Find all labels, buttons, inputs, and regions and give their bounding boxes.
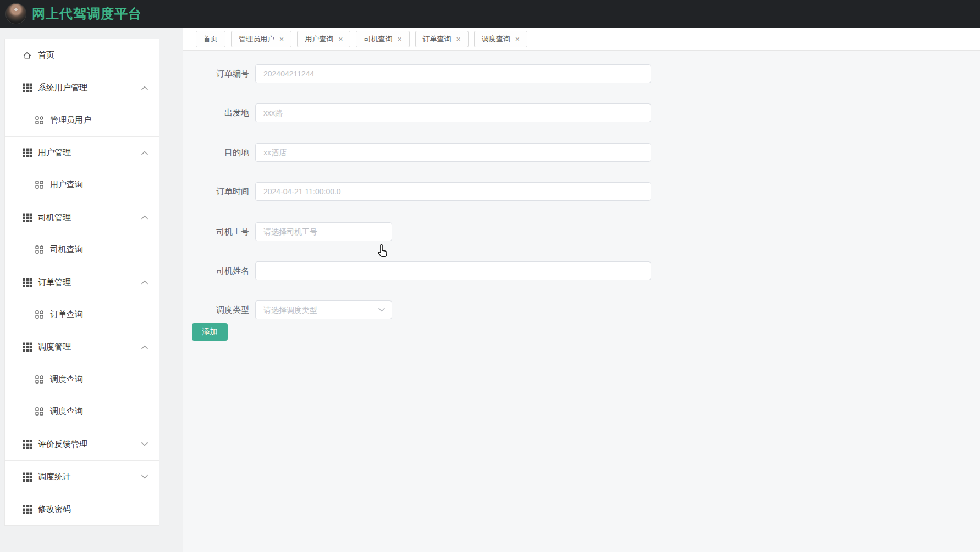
chevron-down-icon [140, 472, 149, 481]
tab-admin-users[interactable]: 管理员用户× [231, 31, 291, 47]
field-label-driver-id: 司机工号 [183, 227, 249, 237]
dispatch-type-select[interactable] [255, 300, 392, 319]
tab-user-query[interactable]: 用户查询× [297, 31, 350, 47]
sidebar-item-label: 订单查询 [50, 309, 83, 320]
field-label-dispatch-type: 调度类型 [183, 305, 249, 315]
driver-id-select[interactable] [255, 222, 392, 241]
sidebar-item-dispatch-stats[interactable]: 调度统计 [5, 460, 159, 493]
tab-driver-query[interactable]: 司机查询× [356, 31, 409, 47]
menu-grid-icon [23, 213, 32, 222]
form-row-dispatch-type: 调度类型 [183, 300, 678, 319]
mouse-pointer-cursor [376, 244, 390, 260]
sidebar-item-label: 评价反馈管理 [38, 439, 87, 450]
destination-input[interactable] [255, 143, 651, 162]
menu-grid-icon [23, 148, 32, 157]
sidebar-item-admin-users[interactable]: 管理员用户 [5, 104, 159, 136]
sidebar-item-order-query[interactable]: 订单查询 [5, 298, 159, 331]
sidebar-item-label: 首页 [38, 50, 54, 61]
tab-label: 用户查询 [305, 34, 333, 44]
sidebar-item-label: 调度查询 [50, 406, 83, 417]
tab-label: 首页 [203, 34, 218, 44]
sidebar-item-label: 调度统计 [38, 472, 71, 482]
sidebar-item-label: 修改密码 [38, 504, 71, 515]
tab-label: 管理员用户 [239, 34, 274, 44]
sidebar-item-dispatch-mgmt[interactable]: 调度管理 [5, 331, 159, 363]
sidebar-item-label: 用户管理 [38, 147, 71, 158]
field-label-order-no: 订单编号 [183, 69, 249, 79]
dispatch-type-select-wrap [255, 300, 392, 319]
form-row-order-no: 订单编号 [183, 64, 678, 83]
sidebar-item-label: 调度管理 [38, 342, 71, 352]
tab-label: 调度查询 [482, 34, 510, 44]
form-row-destination: 目的地 [183, 143, 678, 162]
sidebar-item-label: 系统用户管理 [38, 83, 87, 93]
chevron-up-icon [140, 149, 149, 157]
menu-grid-icon [23, 83, 32, 92]
chevron-up-icon [140, 84, 149, 92]
tab-home[interactable]: 首页 [196, 31, 225, 47]
tab-label: 订单查询 [423, 34, 452, 44]
order-no-input[interactable] [255, 64, 651, 83]
app-window: 网上代驾调度平台 首页系统用户管理管理员用户用户管理用户查询司机管理司机查询订单… [0, 0, 980, 552]
menu-grid-icon [23, 472, 32, 482]
sidebar-item-driver-query[interactable]: 司机查询 [5, 233, 159, 266]
submenu-grid-icon [35, 181, 43, 189]
form-row-driver-name: 司机姓名 [183, 261, 678, 280]
form-row-order-time: 订单时间 [183, 182, 678, 201]
user-avatar[interactable] [5, 3, 26, 24]
field-label-destination: 目的地 [183, 147, 249, 158]
field-label-origin: 出发地 [183, 108, 249, 118]
submenu-grid-icon [35, 407, 43, 416]
home-icon [23, 51, 32, 60]
field-label-order-time: 订单时间 [183, 187, 249, 197]
submenu-grid-icon [35, 116, 43, 124]
sidebar-item-label: 用户查询 [50, 179, 83, 190]
sidebar-item-user-mgmt[interactable]: 用户管理 [5, 136, 159, 169]
close-icon[interactable]: × [515, 35, 520, 43]
sidebar-item-home[interactable]: 首页 [5, 39, 159, 72]
sidebar-item-system-user-mgmt[interactable]: 系统用户管理 [5, 72, 159, 104]
menu-grid-icon [23, 342, 32, 352]
origin-input[interactable] [255, 103, 651, 122]
top-header-bar: 网上代驾调度平台 [0, 0, 980, 28]
sidebar-item-dispatch-query-2[interactable]: 调度查询 [5, 396, 159, 428]
submenu-grid-icon [35, 375, 43, 384]
chevron-up-icon [140, 278, 149, 287]
close-icon[interactable]: × [338, 35, 343, 43]
sidebar-item-label: 司机管理 [38, 212, 71, 223]
form-row-origin: 出发地 [183, 103, 678, 122]
menu-grid-icon [23, 505, 32, 514]
main-panel: 首页管理员用户×用户查询×司机查询×订单查询×调度查询× 添加 订单编号出发地目… [183, 28, 980, 552]
sidebar-item-user-query[interactable]: 用户查询 [5, 168, 159, 201]
form-row-driver-id: 司机工号 [183, 222, 678, 241]
sidebar-menu: 首页系统用户管理管理员用户用户管理用户查询司机管理司机查询订单管理订单查询调度管… [4, 39, 159, 526]
sidebar-item-dispatch-query[interactable]: 调度查询 [5, 363, 159, 396]
close-icon[interactable]: × [397, 35, 401, 43]
sidebar-item-label: 调度查询 [50, 374, 83, 385]
chevron-up-icon [140, 343, 149, 352]
close-icon[interactable]: × [279, 35, 284, 43]
form-content-area: 添加 订单编号出发地目的地订单时间司机工号司机姓名调度类型 [183, 51, 980, 552]
order-time-input[interactable] [255, 182, 651, 201]
sidebar-item-feedback-mgmt[interactable]: 评价反馈管理 [5, 428, 159, 460]
submenu-grid-icon [35, 245, 43, 254]
chevron-down-icon [140, 440, 149, 449]
sidebar-item-change-password[interactable]: 修改密码 [5, 493, 159, 525]
add-button[interactable]: 添加 [192, 323, 228, 341]
submenu-grid-icon [35, 310, 43, 319]
driver-name-input[interactable] [255, 261, 651, 280]
chevron-up-icon [140, 213, 149, 222]
tab-bar: 首页管理员用户×用户查询×司机查询×订单查询×调度查询× [183, 28, 980, 51]
sidebar-item-label: 订单管理 [38, 277, 71, 288]
menu-grid-icon [23, 278, 32, 287]
tab-dispatch-query[interactable]: 调度查询× [474, 31, 527, 47]
sidebar-item-order-mgmt[interactable]: 订单管理 [5, 266, 159, 298]
close-icon[interactable]: × [456, 35, 461, 43]
tab-label: 司机查询 [364, 34, 392, 44]
tab-order-query[interactable]: 订单查询× [415, 31, 469, 47]
sidebar-item-label: 司机查询 [50, 244, 83, 255]
menu-grid-icon [23, 440, 32, 449]
sidebar-item-label: 管理员用户 [50, 115, 91, 125]
sidebar-item-driver-mgmt[interactable]: 司机管理 [5, 201, 159, 233]
field-label-driver-name: 司机姓名 [183, 266, 249, 276]
